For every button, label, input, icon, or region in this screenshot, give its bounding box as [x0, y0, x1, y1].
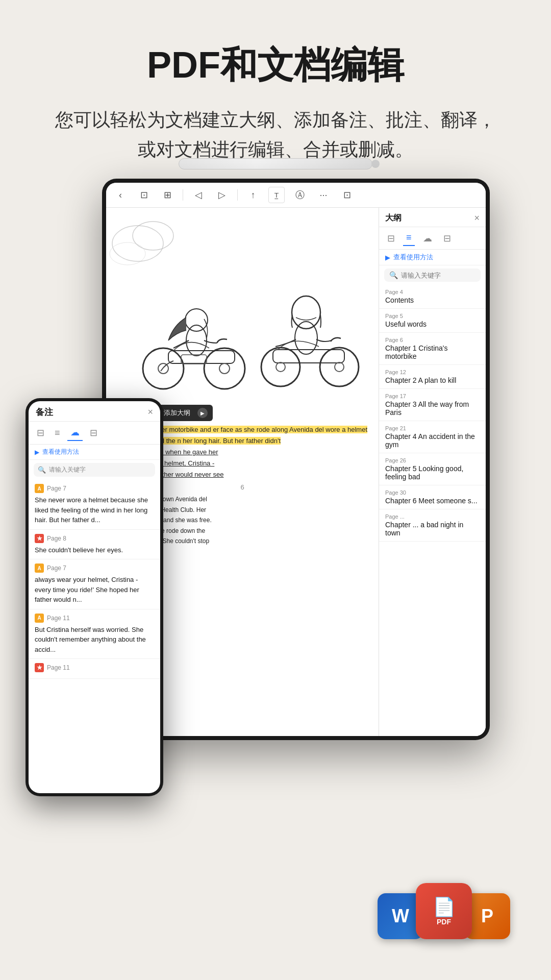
outline-item-page: Page 21	[385, 425, 480, 431]
phone-annotation-item-4[interactable]: A Page 11 But Cristina herself was worri…	[29, 609, 160, 659]
app-icons-group: W 📄 PDF P	[378, 883, 510, 939]
highlight-button[interactable]: Ⓐ	[292, 187, 308, 203]
toolbar-separator	[183, 189, 183, 201]
outline-item-title: Chapter 3 All the way from Paris	[385, 400, 480, 416]
phone-close-button[interactable]: ×	[147, 407, 153, 418]
outline-close-button[interactable]: ×	[474, 213, 480, 224]
outline-item-chapter2[interactable]: Page 12 Chapter 2 A plan to kill	[379, 365, 486, 389]
pdf-illustration	[106, 208, 379, 402]
annotation-page-row-2: ★ Page 8	[35, 534, 154, 543]
svg-rect-13	[273, 350, 344, 363]
motorcycle-sketch-svg	[106, 213, 379, 397]
pdf-icon-label: PDF	[437, 918, 451, 926]
outline-item-page: Page 17	[385, 393, 480, 399]
outline-item-chapter5[interactable]: Page 26 Chapter 5 Looking good, feeling …	[379, 453, 486, 485]
ppt-icon-label: P	[481, 905, 493, 927]
annotation-page-3: Page 7	[47, 565, 66, 572]
outline-video-link[interactable]: ▶ 查看使用方法	[379, 250, 486, 265]
toolbar-separator-2	[237, 189, 238, 201]
tab-bookmark-icon[interactable]: ⊟	[384, 231, 398, 246]
outline-item-title: Useful words	[385, 320, 480, 328]
panel-button[interactable]: ⊡	[339, 187, 355, 203]
outline-item-title: Chapter 1 Cristina's motorbike	[385, 344, 480, 360]
outline-panel: 大纲 × ⊟ ≡ ☁ ⊟ ▶ 查看使用方法 🔍	[379, 208, 486, 736]
annotation-star-icon: ★	[35, 534, 44, 543]
outline-item-chapter7[interactable]: Page ... Chapter ... a bad night in town	[379, 509, 486, 542]
annotation-page-5: Page 11	[47, 664, 70, 671]
phone-annotation-item-3[interactable]: A Page 7 always wear your helmet, Cristi…	[29, 559, 160, 609]
phone-video-link-text: 查看使用方法	[42, 448, 79, 456]
play-button[interactable]: ▶	[197, 408, 208, 418]
outline-item-title: Chapter 6 Meet someone s...	[385, 497, 480, 505]
annotation-star-icon-5: ★	[35, 663, 44, 672]
undo-button[interactable]: ◁	[190, 187, 207, 203]
outline-item-contents[interactable]: Page 4 Contents	[379, 285, 486, 309]
tab-comment-icon[interactable]: ☁	[420, 231, 435, 246]
outline-item-title: Chapter 2 A plan to kill	[385, 376, 480, 384]
annotation-type-icon-3: A	[35, 564, 44, 573]
phone-annotation-items: A Page 7 She never wore a helmet because…	[29, 480, 160, 793]
outline-search-bar[interactable]: 🔍	[384, 268, 481, 282]
header-section: PDF和文档编辑 您可以轻松为文档建立大纲、添加备注、批注、翻译，或对文档进行编…	[0, 0, 551, 179]
annotation-text: She never wore a helmet because she like…	[35, 495, 154, 525]
pdf-icon-symbol: 📄	[433, 896, 456, 918]
svg-rect-10	[181, 355, 207, 364]
page-title: PDF和文档编辑	[0, 41, 551, 90]
annotation-type-icon-4: A	[35, 614, 44, 623]
phone-search-bar[interactable]: 🔍 请输入关键字	[34, 463, 155, 477]
svg-point-6	[204, 348, 245, 389]
outline-item-title: Chapter ... a bad night in town	[385, 521, 480, 537]
view-toggle-button[interactable]: ⊡	[136, 187, 152, 203]
phone-search-placeholder: 请输入关键字	[49, 465, 86, 474]
outline-item-useful-words[interactable]: Page 5 Useful words	[379, 309, 486, 333]
phone-screen: 备注 × ⊟ ≡ ☁ ⊟ ▶ 查看使用方法 🔍 请输入关键字 A Page 7 …	[29, 401, 160, 793]
phone-tab-comment[interactable]: ☁	[67, 425, 83, 441]
svg-rect-5	[168, 351, 235, 363]
page-subtitle: 您可以轻松为文档建立大纲、添加备注、批注、翻译，或对文档进行编辑、合并或删减。	[0, 105, 551, 164]
grid-button[interactable]: ⊞	[159, 187, 176, 203]
outline-item-page: Page 5	[385, 313, 480, 319]
outline-items-list: Page 4 Contents Page 5 Useful words Page…	[379, 285, 486, 736]
phone-annotation-item-5[interactable]: ★ Page 11	[29, 659, 160, 679]
pdf-app-icon[interactable]: 📄 PDF	[416, 883, 472, 939]
outline-item-chapter6[interactable]: Page 30 Chapter 6 Meet someone s...	[379, 485, 486, 509]
text-button[interactable]: T̲	[268, 187, 285, 203]
video-link-text: 查看使用方法	[393, 253, 433, 262]
outline-search-input[interactable]	[401, 272, 475, 279]
outline-item-title: Chapter 4 An accident in the gym	[385, 432, 480, 449]
outline-item-chapter3[interactable]: Page 17 Chapter 3 All the way from Paris	[379, 389, 486, 421]
phone-play-icon: ▶	[35, 449, 39, 456]
svg-point-14	[320, 348, 359, 386]
outline-header: 大纲 ×	[379, 208, 486, 227]
annotation-text-3: always wear your helmet, Cristina - ever…	[35, 575, 154, 605]
outline-item-chapter4[interactable]: Page 21 Chapter 4 An accident in the gym	[379, 421, 486, 453]
tab-settings-icon[interactable]: ⊟	[440, 231, 454, 246]
share-button[interactable]: ↑	[245, 187, 261, 203]
more-button[interactable]: ···	[315, 187, 332, 203]
back-button[interactable]: ‹	[112, 187, 129, 203]
phone-tab-list[interactable]: ≡	[52, 426, 63, 440]
outline-item-title: Contents	[385, 296, 480, 304]
svg-point-16	[261, 348, 300, 386]
phone-tabs: ⊟ ≡ ☁ ⊟	[29, 422, 160, 445]
annotation-page-row-4: A Page 11	[35, 614, 154, 623]
outline-tabs: ⊟ ≡ ☁ ⊟	[379, 227, 486, 250]
annotation-page-row-5: ★ Page 11	[35, 663, 154, 672]
svg-point-12	[292, 296, 320, 329]
redo-button[interactable]: ▷	[214, 187, 230, 203]
annotation-text-4: But Cristina herself was worried. She co…	[35, 625, 154, 655]
svg-point-17	[276, 362, 285, 372]
phone-tab-settings[interactable]: ⊟	[87, 425, 101, 440]
phone-video-link[interactable]: ▶ 查看使用方法	[29, 445, 160, 460]
add-outline-tool[interactable]: 添加大纲	[164, 408, 190, 418]
outline-item-chapter1[interactable]: Page 6 Chapter 1 Cristina's motorbike	[379, 333, 486, 365]
outline-item-page: Page 6	[385, 337, 480, 343]
phone-annotation-item-1[interactable]: A Page 7 She never wore a helmet because…	[29, 480, 160, 530]
phone-tab-bookmark[interactable]: ⊟	[34, 425, 47, 440]
tab-list-icon[interactable]: ≡	[403, 230, 415, 246]
phone-annotation-item-2[interactable]: ★ Page 8 She couldn't believe her eyes.	[29, 530, 160, 560]
outline-item-page: Page 12	[385, 369, 480, 375]
annotation-type-icon: A	[35, 484, 44, 493]
tablet-toolbar: ‹ ⊡ ⊞ ◁ ▷ ↑ T̲ Ⓐ ··· ⊡	[106, 183, 486, 208]
outline-item-page: Page 4	[385, 289, 480, 295]
